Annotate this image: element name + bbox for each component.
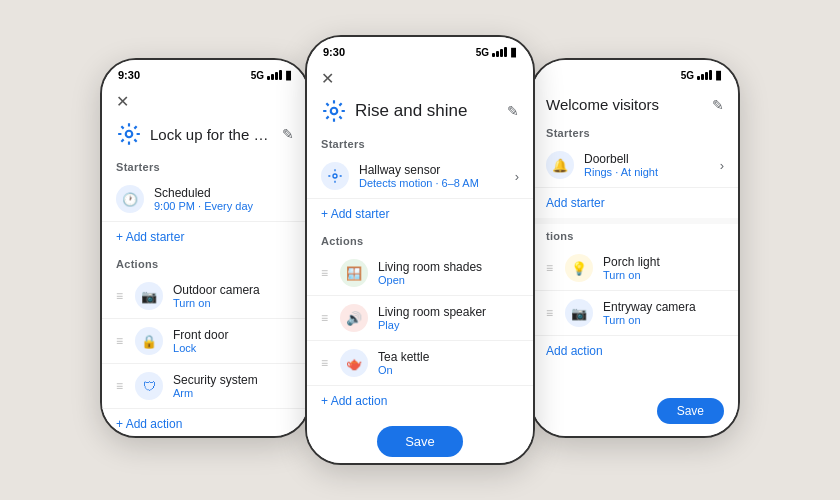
action-text-center-1: Living room speaker Play [378,305,519,331]
automation-icon-left [116,121,142,147]
drag-handle-right-1: ≡ [546,306,553,320]
add-action-btn-right[interactable]: Add action [532,336,738,366]
automation-title-left: Lock up for the night [150,126,274,143]
action-item-left-0[interactable]: ≡ 📷 Outdoor camera Turn on [102,274,308,319]
action-name-center-1: Living room speaker [378,305,519,319]
starter-name-left-0: Scheduled [154,186,294,200]
action-name-right-0: Porch light [603,255,724,269]
drag-handle-center-2: ≡ [321,356,328,370]
starter-name-center-0: Hallway sensor [359,163,505,177]
phone-center: 9:30 5G ▮ ✕ Rise and shine ✎ Start [305,35,535,465]
svg-point-1 [331,108,338,115]
action-item-right-1[interactable]: ≡ 📷 Entryway camera Turn on [532,291,738,336]
starter-icon-left-0: 🕐 [116,185,144,213]
drag-handle-left-2: ≡ [116,379,123,393]
action-text-left-0: Outdoor camera Turn on [173,283,294,309]
action-icon-left-1: 🔒 [135,327,163,355]
action-text-left-1: Front door Lock [173,328,294,354]
battery-icon-center: ▮ [510,45,517,59]
action-sub-right-0: Turn on [603,269,724,281]
action-icon-left-0: 📷 [135,282,163,310]
action-sub-right-1: Turn on [603,314,724,326]
automation-header-left: Lock up for the night ✎ [102,117,308,155]
automation-title-center: Rise and shine [355,101,499,121]
status-bar-left: 9:30 5G ▮ [102,60,308,86]
action-name-left-2: Security system [173,373,294,387]
starter-name-right-0: Doorbell [584,152,710,166]
save-button-right[interactable]: Save [657,398,724,424]
action-item-center-0[interactable]: ≡ 🪟 Living room shades Open [307,251,533,296]
action-name-center-2: Tea kettle [378,350,519,364]
action-item-right-0[interactable]: ≡ 💡 Porch light Turn on [532,246,738,291]
add-starter-btn-right[interactable]: Add starter [532,188,738,218]
starter-item-left-0[interactable]: 🕐 Scheduled 9:00 PM · Every day [102,177,308,222]
edit-icon-left[interactable]: ✎ [282,126,294,142]
signal-bars-center [492,47,507,57]
action-icon-center-1: 🔊 [340,304,368,332]
starter-sub-right-0: Rings · At night [584,166,710,178]
action-sub-left-1: Lock [173,342,294,354]
action-text-center-0: Living room shades Open [378,260,519,286]
action-sub-left-2: Arm [173,387,294,399]
add-starter-btn-center[interactable]: + Add starter [307,199,533,229]
action-icon-left-2: 🛡 [135,372,163,400]
signal-text-center: 5G [476,47,489,58]
automation-header-center: Rise and shine ✎ [307,94,533,132]
save-area-center: Save [307,416,533,465]
status-bar-right: 5G ▮ [532,60,738,86]
action-name-center-0: Living room shades [378,260,519,274]
drag-handle-left-1: ≡ [116,334,123,348]
action-item-center-2[interactable]: ≡ 🫖 Tea kettle On [307,341,533,386]
screen-left: 9:30 5G ▮ ✕ Lock up for the night ✎ [102,60,308,436]
add-action-btn-left[interactable]: + Add action [102,409,308,438]
time-left: 9:30 [118,69,140,81]
actions-label-center: Actions [307,229,533,251]
action-item-left-2[interactable]: ≡ 🛡 Security system Arm [102,364,308,409]
action-sub-left-0: Turn on [173,297,294,309]
save-button-center[interactable]: Save [377,426,463,457]
svg-point-2 [333,174,337,178]
action-icon-right-0: 💡 [565,254,593,282]
chevron-icon-right-0: › [720,158,724,173]
status-icons-right: 5G ▮ [681,68,722,82]
close-button-left[interactable]: ✕ [102,86,308,117]
starter-sub-left-0: 9:00 PM · Every day [154,200,294,212]
automation-header-right: Welcome visitors ✎ [532,86,738,121]
action-name-right-1: Entryway camera [603,300,724,314]
phone-left: 9:30 5G ▮ ✕ Lock up for the night ✎ [100,58,310,438]
signal-text-left: 5G [251,70,264,81]
drag-handle-left-0: ≡ [116,289,123,303]
close-button-center[interactable]: ✕ [307,63,533,94]
phone-right: 5G ▮ Welcome visitors ✎ Starters 🔔 Doorb… [530,58,740,438]
svg-point-0 [126,131,133,138]
starter-text-center-0: Hallway sensor Detects motion · 6–8 AM [359,163,505,189]
action-sub-center-2: On [378,364,519,376]
edit-icon-right[interactable]: ✎ [712,97,724,113]
action-text-right-1: Entryway camera Turn on [603,300,724,326]
action-name-left-1: Front door [173,328,294,342]
starter-item-right-0[interactable]: 🔔 Doorbell Rings · At night › [532,143,738,188]
action-item-center-1[interactable]: ≡ 🔊 Living room speaker Play [307,296,533,341]
edit-icon-center[interactable]: ✎ [507,103,519,119]
drag-handle-center-1: ≡ [321,311,328,325]
add-action-btn-center[interactable]: + Add action [307,386,533,416]
status-icons-left: 5G ▮ [251,68,292,82]
starter-item-center-0[interactable]: Hallway sensor Detects motion · 6–8 AM › [307,154,533,199]
add-starter-btn-left[interactable]: + Add starter [102,222,308,252]
action-text-left-2: Security system Arm [173,373,294,399]
time-center: 9:30 [323,46,345,58]
starter-text-right-0: Doorbell Rings · At night [584,152,710,178]
action-icon-center-2: 🫖 [340,349,368,377]
starter-icon-center-0 [321,162,349,190]
starter-sub-center-0: Detects motion · 6–8 AM [359,177,505,189]
starters-label-center: Starters [307,132,533,154]
starters-label-right: Starters [532,121,738,143]
action-item-left-1[interactable]: ≡ 🔒 Front door Lock [102,319,308,364]
action-sub-center-1: Play [378,319,519,331]
status-icons-center: 5G ▮ [476,45,517,59]
signal-bars-right [697,70,712,80]
starter-text-left-0: Scheduled 9:00 PM · Every day [154,186,294,212]
action-name-left-0: Outdoor camera [173,283,294,297]
signal-text-right: 5G [681,70,694,81]
starters-label-left: Starters [102,155,308,177]
